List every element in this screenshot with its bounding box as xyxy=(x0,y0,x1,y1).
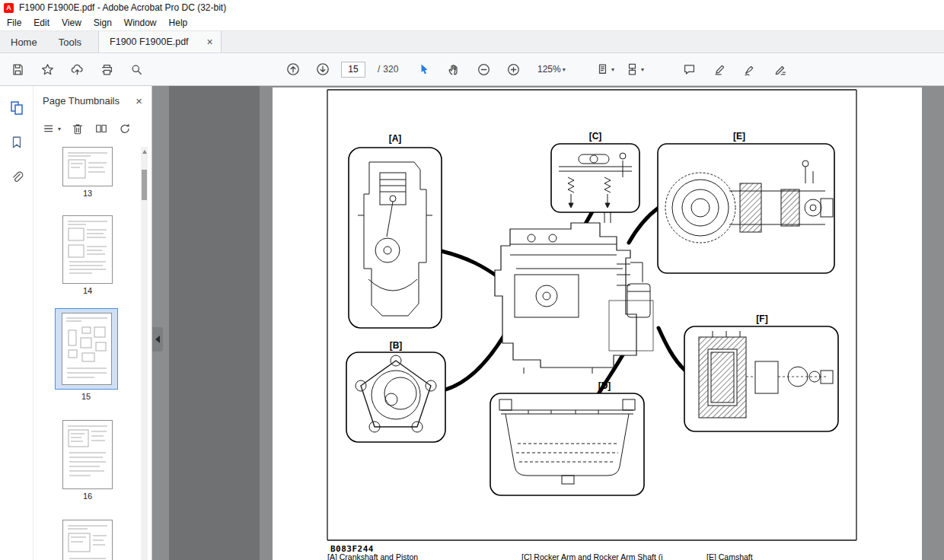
scrollbar-thumb[interactable] xyxy=(142,170,147,200)
tab-home[interactable]: Home xyxy=(0,31,48,52)
document-page[interactable]: [A] [B] [C] [D] [E] [F] B083F244 [A] Cra… xyxy=(273,88,922,560)
close-tab-icon[interactable]: × xyxy=(207,37,213,47)
navigation-rail xyxy=(0,86,33,560)
callout-label-e: [E] xyxy=(733,131,745,142)
connector-a xyxy=(442,251,499,278)
tab-bar: Home Tools F1900 F1900E.pdf × xyxy=(0,30,944,53)
thumbnails-panel-title: Page Thumbnails xyxy=(43,95,136,107)
sign-pen-button[interactable] xyxy=(738,58,761,81)
pane-shadow-band xyxy=(169,86,260,560)
page-figure: [A] [B] [C] [D] [E] [F] B083F244 [A] Cra… xyxy=(273,88,922,560)
next-page-button[interactable] xyxy=(311,58,334,81)
chevron-left-icon xyxy=(155,336,160,343)
thumbnail-image xyxy=(62,147,113,186)
title-bar: A F1900 F1900E.pdf - Adobe Acrobat Pro D… xyxy=(0,0,944,15)
hand-tool-button[interactable] xyxy=(442,58,465,81)
page-count: /320 xyxy=(378,64,398,75)
rotate-pages-button[interactable] xyxy=(118,122,132,135)
chevron-down-icon: ▾ xyxy=(58,126,61,132)
save-button[interactable] xyxy=(6,58,29,81)
thumbnail-selection-highlight xyxy=(55,308,118,390)
fill-sign-button[interactable] xyxy=(769,58,792,81)
main-toolbar: /320 125% ▾ ▾ ▾ xyxy=(0,53,944,86)
thumbnail-page-number: 14 xyxy=(62,286,113,295)
thumbnail-size-button[interactable] xyxy=(94,122,108,135)
share-cloud-button[interactable] xyxy=(65,58,88,81)
highlighter-button[interactable] xyxy=(708,58,731,81)
zoom-level-dropdown[interactable]: 125% ▾ xyxy=(537,64,566,75)
zoom-out-button[interactable] xyxy=(472,58,495,81)
callout-label-d: [D] xyxy=(598,380,611,391)
menu-view[interactable]: View xyxy=(56,18,88,28)
caption-right: [E] Camshaft xyxy=(706,552,753,560)
delete-pages-button[interactable] xyxy=(71,122,85,135)
thumbnail-image xyxy=(62,420,113,489)
thumbnail-page-16[interactable]: 16 xyxy=(62,420,113,501)
thumbnails-scrollbar[interactable] xyxy=(141,147,148,560)
tab-tools[interactable]: Tools xyxy=(48,31,92,52)
connector-b xyxy=(443,336,504,390)
scroll-up-icon[interactable] xyxy=(142,150,147,154)
thumbnail-page-13[interactable]: 13 xyxy=(62,147,113,198)
acrobat-app-icon: A xyxy=(4,3,14,13)
thumbnail-image xyxy=(62,215,113,284)
page-number-input[interactable] xyxy=(341,62,365,78)
bookmarks-panel-icon[interactable] xyxy=(8,133,26,151)
search-button[interactable] xyxy=(125,58,148,81)
thumbnail-list: 13 14 15 xyxy=(33,142,139,560)
scroll-view-dropdown[interactable]: ▾ xyxy=(625,62,644,77)
caption-left: [A] Crankshaft and Piston xyxy=(327,552,418,560)
callout-label-b: [B] xyxy=(390,340,403,351)
thumbnail-page-14[interactable]: 14 xyxy=(62,215,113,295)
collapse-panel-handle[interactable] xyxy=(152,327,163,352)
page-view-dropdown[interactable]: ▾ xyxy=(595,62,614,77)
comment-button[interactable] xyxy=(678,58,700,81)
attachments-paperclip-icon[interactable] xyxy=(8,168,26,186)
thumbnail-image xyxy=(62,313,112,385)
content-area: Page Thumbnails × ▾ xyxy=(0,86,944,560)
menu-edit[interactable]: Edit xyxy=(27,18,56,28)
window-title: F1900 F1900E.pdf - Adobe Acrobat Pro DC … xyxy=(19,2,226,13)
view-mode-group: ▾ ▾ xyxy=(595,53,644,85)
thumbnails-toolbar: ▾ xyxy=(33,115,151,142)
chevron-down-icon: ▾ xyxy=(563,66,566,73)
page-nav-group: /320 xyxy=(282,53,398,85)
tab-document-label: F1900 F1900E.pdf xyxy=(110,37,189,47)
chevron-down-icon: ▾ xyxy=(641,66,644,73)
document-pane[interactable]: [A] [B] [C] [D] [E] [F] B083F244 [A] Cra… xyxy=(152,86,944,560)
menu-file[interactable]: File xyxy=(1,18,27,28)
selection-tool-button[interactable] xyxy=(413,58,435,81)
zoom-in-button[interactable] xyxy=(502,58,525,81)
connector-f xyxy=(659,328,685,371)
close-panel-icon[interactable]: × xyxy=(136,94,142,107)
star-favorite-button[interactable] xyxy=(36,58,59,81)
page-total-value: 320 xyxy=(383,64,398,75)
thumbnails-panel-header: Page Thumbnails × xyxy=(33,86,151,115)
menu-bar: File Edit View Sign Window Help xyxy=(0,15,944,30)
thumbnail-page-number: 13 xyxy=(62,189,113,198)
thumbnail-page-number: 16 xyxy=(62,492,113,501)
callout-label-f: [F] xyxy=(756,313,767,324)
tab-tools-label: Tools xyxy=(59,37,81,48)
print-button[interactable] xyxy=(95,58,118,81)
menu-sign[interactable]: Sign xyxy=(88,18,118,28)
page-thumbnails-panel-icon[interactable] xyxy=(8,98,26,116)
callout-label-a: [A] xyxy=(389,133,402,144)
page-thumbnails-panel: Page Thumbnails × ▾ xyxy=(33,86,152,560)
tab-home-label: Home xyxy=(11,37,37,48)
zoom-level-value: 125% xyxy=(537,64,561,75)
previous-page-button[interactable] xyxy=(282,58,305,81)
thumbnail-page-17[interactable] xyxy=(62,520,113,560)
engine-center-illustration xyxy=(495,196,653,374)
thumbnail-image xyxy=(62,520,113,560)
callout-box-d xyxy=(490,393,644,495)
menu-window[interactable]: Window xyxy=(118,18,163,28)
menu-help[interactable]: Help xyxy=(163,18,194,28)
thumbnails-options-menu[interactable]: ▾ xyxy=(43,122,61,135)
select-zoom-group: 125% ▾ xyxy=(413,53,566,85)
tab-document[interactable]: F1900 F1900E.pdf × xyxy=(98,31,222,52)
callout-box-a xyxy=(349,148,442,328)
thumbnail-page-15-selected[interactable]: 15 xyxy=(55,308,118,401)
annotate-group xyxy=(678,53,792,85)
connector-e xyxy=(629,208,659,243)
